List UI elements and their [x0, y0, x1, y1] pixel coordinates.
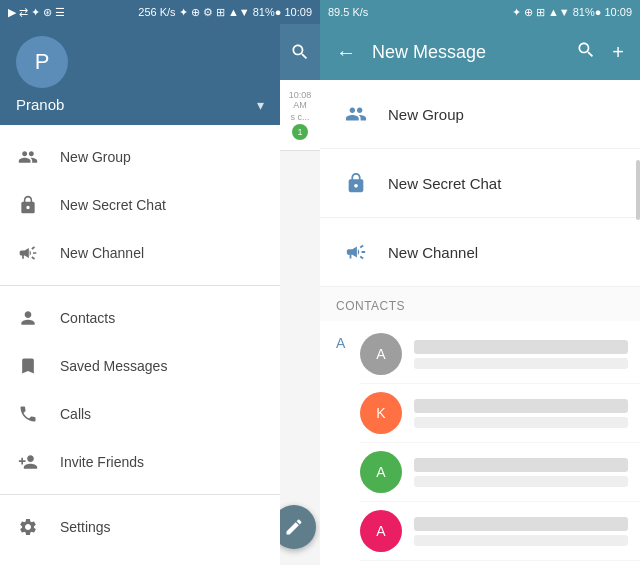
- phone-icon: [16, 402, 40, 426]
- gear-icon: [16, 515, 40, 539]
- right-new-group-label: New Group: [388, 106, 464, 123]
- right-new-channel-label: New Channel: [388, 244, 478, 261]
- contact-sub: [414, 535, 628, 546]
- compose-button[interactable]: [280, 505, 316, 549]
- contacts-section-header: CONTACTS: [320, 287, 640, 321]
- invite-icon: [16, 450, 40, 474]
- contact-sub: [414, 417, 628, 428]
- new-message-title: New Message: [372, 42, 568, 63]
- drawer-panel: P Pranob ▾ New Group: [0, 24, 280, 565]
- settings-label: Settings: [60, 519, 264, 535]
- saved-messages-item[interactable]: Saved Messages: [0, 342, 280, 390]
- contacts-label: Contacts: [60, 310, 264, 326]
- settings-item[interactable]: Settings: [0, 503, 280, 551]
- new-group-item[interactable]: New Group: [0, 133, 280, 181]
- scroll-indicator: [636, 160, 640, 220]
- username: Pranob: [16, 96, 64, 113]
- right-status-right: ✦ ⊕ ⊞ ▲▼ 81%● 10:09: [512, 6, 632, 19]
- settings-section: Settings Telegram FAQ: [0, 495, 280, 565]
- new-secret-chat-item[interactable]: New Secret Chat: [0, 181, 280, 229]
- drawer-header: P Pranob ▾: [0, 24, 280, 125]
- chat-item[interactable]: 10:08 AM s c... 1: [280, 80, 320, 151]
- left-status-icons: ▶ ⇄ ✦ ⊛ ☰: [8, 6, 65, 19]
- new-group-icon: [16, 145, 40, 169]
- right-new-channel-item[interactable]: New Channel: [320, 218, 640, 287]
- contacts-group: A K A: [360, 325, 640, 565]
- contacts-icon: [16, 306, 40, 330]
- contacts-item[interactable]: Contacts: [0, 294, 280, 342]
- quick-actions-section: New Group New Secret Chat New Channel: [0, 125, 280, 286]
- contact-avatar: A: [360, 510, 402, 552]
- contact-avatar: A: [360, 333, 402, 375]
- contact-group-a: A A K: [320, 321, 640, 565]
- right-new-secret-chat-item[interactable]: New Secret Chat: [320, 149, 640, 218]
- unread-badge: 1: [292, 124, 308, 140]
- add-icon[interactable]: +: [604, 33, 632, 72]
- left-status-info: 256 K/s ✦ ⊕ ⚙ ⊞ ▲▼ 81%● 10:09: [138, 6, 312, 19]
- right-new-group-item[interactable]: New Group: [320, 80, 640, 149]
- new-message-scroll: New Group New Secret Chat New Channel: [320, 80, 640, 565]
- contact-item[interactable]: K: [360, 384, 640, 443]
- megaphone-icon: [16, 241, 40, 265]
- new-group-label: New Group: [60, 149, 264, 165]
- back-button[interactable]: ←: [328, 33, 364, 72]
- calls-label: Calls: [60, 406, 264, 422]
- contact-item[interactable]: A: [360, 561, 640, 565]
- invite-friends-label: Invite Friends: [60, 454, 264, 470]
- chat-time: 10:08 AM: [284, 90, 316, 110]
- contact-name: [414, 517, 628, 531]
- calls-item[interactable]: Calls: [0, 390, 280, 438]
- contact-item[interactable]: A: [360, 443, 640, 502]
- contact-name: [414, 399, 628, 413]
- contact-name: [414, 340, 628, 354]
- search-icon[interactable]: [568, 32, 604, 73]
- new-message-panel: ← New Message + New Group: [320, 24, 640, 565]
- saved-messages-label: Saved Messages: [60, 358, 264, 374]
- contact-letter-a: A: [320, 325, 360, 361]
- chat-list-panel: 10:08 AM s c... 1: [280, 24, 320, 565]
- right-new-group-icon: [336, 94, 376, 134]
- right-megaphone-icon: [336, 232, 376, 272]
- contact-avatar: K: [360, 392, 402, 434]
- right-status-left: 89.5 K/s: [328, 6, 368, 18]
- contact-item[interactable]: A: [360, 325, 640, 384]
- new-secret-chat-label: New Secret Chat: [60, 197, 264, 213]
- new-channel-label: New Channel: [60, 245, 264, 261]
- lock-icon: [16, 193, 40, 217]
- new-channel-item[interactable]: New Channel: [0, 229, 280, 277]
- chat-list-header: [280, 24, 320, 80]
- avatar: P: [16, 36, 68, 88]
- contact-name: [414, 458, 628, 472]
- right-new-secret-chat-label: New Secret Chat: [388, 175, 501, 192]
- new-message-header: ← New Message +: [320, 24, 640, 80]
- contact-avatar: A: [360, 451, 402, 493]
- faq-item[interactable]: Telegram FAQ: [0, 551, 280, 565]
- contact-sub: [414, 476, 628, 487]
- bookmark-icon: [16, 354, 40, 378]
- left-status-bar: ▶ ⇄ ✦ ⊛ ☰ 256 K/s ✦ ⊕ ⚙ ⊞ ▲▼ 81%● 10:09: [0, 0, 320, 24]
- main-nav-section: Contacts Saved Messages Calls: [0, 286, 280, 495]
- right-lock-icon: [336, 163, 376, 203]
- right-status-bar: 89.5 K/s ✦ ⊕ ⊞ ▲▼ 81%● 10:09: [320, 0, 640, 24]
- contact-sub: [414, 358, 628, 369]
- invite-friends-item[interactable]: Invite Friends: [0, 438, 280, 486]
- chevron-down-icon[interactable]: ▾: [257, 97, 264, 113]
- contact-item[interactable]: A: [360, 502, 640, 561]
